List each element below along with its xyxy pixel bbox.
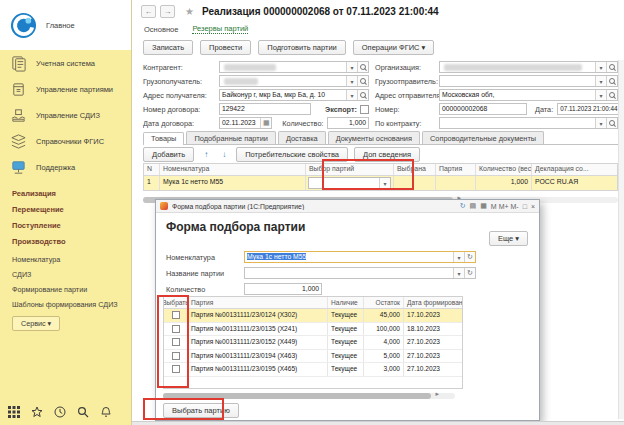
dock-icon[interactable]: ▤ (470, 202, 477, 210)
batch-checkbox[interactable] (172, 311, 180, 319)
lookup-magnifier-icon[interactable] (606, 76, 617, 86)
main-vscrollbar[interactable] (618, 60, 624, 419)
col-header-availability[interactable]: Наличие (328, 297, 364, 308)
favorites-star-icon[interactable] (31, 406, 43, 418)
tab-goods[interactable]: Товары (143, 132, 184, 145)
open-reference-icon[interactable] (464, 268, 475, 278)
extra-info-button[interactable]: Доп сведения (354, 147, 420, 162)
dialog-quantity-field[interactable]: 1,000 (244, 283, 322, 295)
by-contract-field[interactable] (439, 117, 618, 129)
sidebar-link-batch-forming[interactable]: Формирование партии (12, 282, 131, 297)
search-icon[interactable] (77, 406, 89, 418)
dropdown-icon[interactable] (346, 76, 357, 86)
lookup-magnifier-icon[interactable] (357, 76, 368, 86)
batch-checkbox[interactable] (172, 352, 180, 360)
dropdown-icon[interactable] (453, 268, 464, 278)
batch-checkbox[interactable] (172, 325, 180, 333)
lookup-magnifier-icon[interactable] (606, 90, 617, 100)
select-batch-button[interactable]: Выбрать партию (163, 403, 239, 418)
consumer-properties-button[interactable]: Потребительские свойства (236, 147, 348, 162)
col-header-batch[interactable]: Партия (436, 164, 476, 175)
batch-row[interactable]: Партия №00131111/23/0194 (Х463) Текущее … (164, 350, 462, 364)
lookup-magnifier-icon[interactable] (357, 90, 368, 100)
date-field[interactable]: 07.11.2023 21:00:44 (557, 103, 624, 115)
batch-selection-cell[interactable] (306, 176, 394, 190)
sidebar-item-fgis-catalogs[interactable]: Справочники ФГИС (0, 128, 131, 154)
batch-row[interactable]: Партия №00131111/23/0135 (Х241) Текущее … (164, 323, 462, 337)
dropdown-icon[interactable] (346, 62, 357, 72)
batch-selection-editor[interactable] (308, 177, 391, 189)
tab-basis-documents[interactable]: Документы основания (328, 131, 420, 144)
grid-icon[interactable]: ▦ (480, 202, 487, 210)
service-button[interactable]: Сервис ▾ (12, 316, 60, 331)
shipper-field[interactable] (439, 75, 618, 87)
col-header-declaration[interactable]: Декларация со... (532, 164, 617, 175)
prepare-batches-button[interactable]: Подготовить партии (258, 40, 346, 55)
close-icon[interactable]: × (531, 203, 535, 210)
sidebar-item-batch-management[interactable]: Управление партиями (0, 76, 131, 102)
post-button[interactable]: Провести (200, 40, 251, 55)
fgis-operations-button[interactable]: Операции ФГИС ▾ (353, 40, 435, 55)
col-header-nomenclature[interactable]: Номенклатура (160, 164, 306, 175)
batch-cell[interactable] (436, 176, 476, 190)
organization-field[interactable] (439, 61, 618, 73)
batch-row[interactable]: Партия №00131111/23/0124 (Х302) Текущее … (164, 309, 462, 323)
dialog-nomenclature-field[interactable]: Мука 1с нетто М55 (244, 251, 476, 263)
favorite-star-icon[interactable]: ★ (185, 6, 194, 17)
batch-row[interactable]: Партия №00131111/23/0152 (Х449) Текущее … (164, 336, 462, 350)
col-header-chosen[interactable]: Выбрана (394, 164, 436, 175)
contract-number-field[interactable]: 129422 (219, 103, 311, 115)
open-reference-icon[interactable] (464, 252, 475, 262)
batch-row[interactable]: Партия №00131111/23/0195 (Х465) Текущее … (164, 363, 462, 377)
recipient-address-field[interactable]: Байконур г, мкр Ба, мкр Ба, д. 10 (219, 89, 369, 101)
scale-controls[interactable]: М М+ М- (491, 203, 519, 210)
lookup-magnifier-icon[interactable] (606, 62, 617, 72)
refresh-icon[interactable]: ↻ (460, 202, 466, 210)
sidebar-section-production[interactable]: Производство (12, 234, 131, 250)
more-button[interactable]: Еще ▾ (489, 231, 528, 246)
quantity-cell[interactable]: 1,000 (476, 176, 532, 190)
declaration-cell[interactable]: РОСС RU.АЯ (532, 176, 617, 190)
forward-button[interactable]: → (160, 5, 175, 18)
sidebar-link-nomenclature[interactable]: Номенклатура (12, 252, 131, 267)
dropdown-icon[interactable] (453, 252, 464, 262)
nav-link-main[interactable]: Основное (144, 25, 178, 34)
batch-name-cell[interactable]: Партия №00131111/23/0152 (Х449) (188, 336, 328, 349)
col-header-rest[interactable]: Остаток (364, 297, 404, 308)
col-header-quantity[interactable]: Количество (вес) (476, 164, 532, 175)
move-down-icon[interactable]: ↓ (218, 148, 230, 161)
col-header-select[interactable]: Выбрать (164, 297, 188, 308)
dropdown-icon[interactable] (595, 90, 606, 100)
dropdown-icon[interactable] (595, 76, 606, 86)
sender-address-field[interactable]: Московская обл, (439, 89, 618, 101)
batch-name-cell[interactable]: Партия №00131111/23/0124 (Х302) (188, 309, 328, 322)
calendar-icon[interactable] (260, 118, 271, 128)
chosen-cell[interactable] (394, 176, 436, 190)
col-header-batch-selection[interactable]: Выбор партий (306, 164, 394, 175)
dialog-titlebar[interactable]: Форма подбора партии (1С:Предприятие) ↻ … (156, 200, 539, 213)
tab-accompanying-documents[interactable]: Сопроводительные документы (422, 131, 544, 144)
add-row-button[interactable]: Добавить (143, 147, 194, 162)
menu-grid-icon[interactable] (8, 406, 20, 418)
sidebar-item-main[interactable]: Главное (0, 0, 131, 50)
export-checkbox[interactable] (360, 105, 369, 114)
notifications-bell-icon[interactable] (100, 406, 112, 418)
table-row[interactable]: 1 Мука 1с нетто М55 1,000 РОСС RU.АЯ (144, 176, 617, 190)
contract-date-field[interactable]: 02.11.2023 (219, 117, 272, 129)
sidebar-item-accounting[interactable]: Учетная система (0, 50, 131, 76)
sidebar-section-transfer[interactable]: Перемещение (12, 202, 131, 218)
nav-link-batch-reserves[interactable]: Резервы партий (192, 24, 248, 34)
tab-selected-batches[interactable]: Подобранные партии (186, 131, 275, 144)
contractor-field[interactable] (219, 61, 369, 73)
dialog-hscrollbar[interactable] (163, 393, 455, 399)
batch-checkbox[interactable] (172, 338, 180, 346)
batch-name-cell[interactable]: Партия №00131111/23/0194 (Х463) (188, 350, 328, 363)
dropdown-icon[interactable] (346, 90, 357, 100)
consignee-field[interactable] (219, 75, 369, 87)
sidebar-item-support[interactable]: Поддержка (0, 154, 131, 180)
quantity-field[interactable]: 1,000 (327, 117, 369, 129)
col-header-batch[interactable]: Партия (188, 297, 328, 308)
batch-name-cell[interactable]: Партия №00131111/23/0135 (Х241) (188, 323, 328, 336)
hscrollbar-thumb[interactable] (163, 393, 431, 399)
sidebar-link-sdiz-templates[interactable]: Шаблоны формирования СДИЗ (12, 297, 131, 312)
